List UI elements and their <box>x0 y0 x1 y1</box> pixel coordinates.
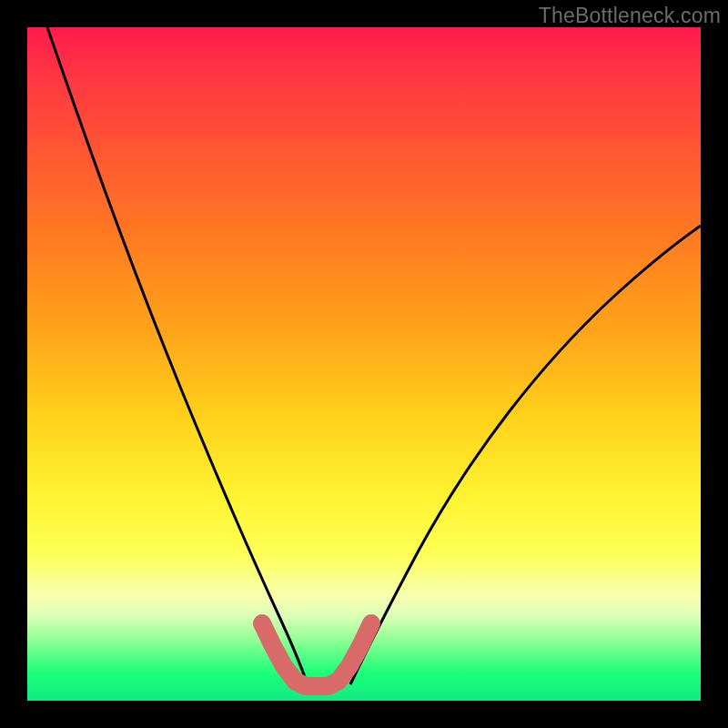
right-curve <box>350 226 701 684</box>
chart-frame: TheBottleneck.com <box>0 0 728 728</box>
curve-layer <box>27 27 701 701</box>
watermark-text: TheBottleneck.com <box>539 4 721 28</box>
left-curve <box>47 27 308 684</box>
plot-area <box>27 27 701 701</box>
